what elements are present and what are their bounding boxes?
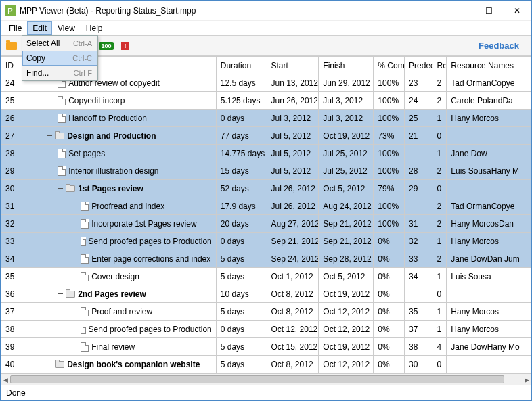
document-icon bbox=[58, 166, 66, 176]
cell-name[interactable]: Handoff to Production bbox=[22, 110, 217, 127]
cell-rc: 2 bbox=[433, 92, 447, 110]
col-pct[interactable]: % Compl bbox=[374, 57, 405, 74]
maximize-button[interactable]: ☐ bbox=[474, 1, 503, 20]
cell-pred: 33 bbox=[405, 250, 433, 268]
col-pred[interactable]: Predec bbox=[405, 57, 433, 74]
cell-name[interactable]: Proofread and index bbox=[22, 197, 217, 215]
menu-edit[interactable]: Edit bbox=[27, 21, 52, 35]
table-row[interactable]: 33 Send proofed pages to Production0 day… bbox=[1, 233, 531, 250]
cell-finish: Oct 19, 2012 bbox=[319, 338, 374, 356]
open-file-button[interactable] bbox=[5, 39, 18, 53]
cell-finish: Jun 29, 2012 bbox=[319, 74, 374, 92]
cell-resources: Jane Dow bbox=[447, 145, 531, 162]
cell-rc: 4 bbox=[433, 338, 447, 356]
table-row[interactable]: 39 Final review5 daysOct 15, 2012Oct 19,… bbox=[1, 338, 531, 356]
menu-copy[interactable]: Copy Ctrl-C bbox=[22, 51, 97, 66]
cell-name[interactable]: Final review bbox=[22, 338, 217, 356]
table-row[interactable]: 37 Proof and review5 daysOct 8, 2012Oct … bbox=[1, 303, 531, 321]
task-name: Send proofed pages to Production bbox=[89, 325, 212, 334]
cell-pct: 0% bbox=[374, 285, 405, 303]
cell-resources: Hany Morcos bbox=[447, 303, 531, 321]
table-row[interactable]: 30 1st Pages review52 daysJul 26, 2012Oc… bbox=[1, 180, 531, 197]
table-row[interactable]: 25 Copyedit incorp5.125 daysJun 26, 2012… bbox=[1, 92, 531, 110]
cell-name[interactable]: Send proofed pages to Production bbox=[22, 321, 217, 338]
close-button[interactable]: ✕ bbox=[503, 1, 531, 20]
table-row[interactable]: 32 Incorporate 1st Pages review20 daysAu… bbox=[1, 215, 531, 233]
task-name: Set pages bbox=[68, 149, 105, 158]
cell-start: Jul 3, 2012 bbox=[267, 110, 319, 127]
table-row[interactable]: 34 Enter page corrections and index5 day… bbox=[1, 250, 531, 268]
cell-id: 36 bbox=[1, 285, 22, 303]
document-icon bbox=[81, 342, 89, 352]
cell-pct: 100% bbox=[374, 92, 405, 110]
table-row[interactable]: 29 Interior illustration design15 daysJu… bbox=[1, 162, 531, 180]
cell-name[interactable]: Interior illustration design bbox=[22, 162, 217, 180]
cell-name[interactable]: Design and Production bbox=[22, 127, 217, 145]
expander-icon[interactable] bbox=[58, 291, 63, 297]
cell-id: 38 bbox=[1, 321, 22, 338]
cell-finish: Oct 12, 2012 bbox=[319, 321, 374, 338]
horizontal-scrollbar[interactable]: ◀ ▶ bbox=[1, 373, 531, 385]
menu-item-hotkey: Ctrl-A bbox=[73, 39, 92, 47]
cell-name[interactable]: 1st Pages review bbox=[22, 180, 217, 197]
menu-help[interactable]: Help bbox=[81, 21, 108, 35]
cell-rc: 2 bbox=[433, 250, 447, 268]
minimize-button[interactable]: — bbox=[446, 1, 474, 20]
cell-finish: Oct 19, 2012 bbox=[319, 127, 374, 145]
cell-name[interactable]: Set pages bbox=[22, 145, 217, 162]
menu-find[interactable]: Find... Ctrl-F bbox=[22, 66, 97, 80]
cell-name[interactable]: Enter page corrections and index bbox=[22, 250, 217, 268]
status-text: Done bbox=[6, 388, 26, 398]
document-icon bbox=[81, 219, 89, 229]
table-row[interactable]: 26 Handoff to Production0 daysJul 3, 201… bbox=[1, 110, 531, 127]
col-duration[interactable]: Duration bbox=[216, 57, 267, 74]
cell-duration: 10 days bbox=[216, 285, 267, 303]
col-resources[interactable]: Resource Names bbox=[447, 57, 531, 74]
filter-critical-button[interactable]: ! bbox=[118, 39, 132, 53]
cell-name[interactable]: Send proofed pages to Production bbox=[22, 233, 217, 250]
cell-name[interactable]: Proof and review bbox=[22, 303, 217, 321]
titlebar: P MPP Viewer (Beta) - Reporting Status_S… bbox=[1, 1, 531, 21]
scroll-right-arrow[interactable]: ▶ bbox=[522, 374, 531, 386]
filter-100-button[interactable]: 100 bbox=[99, 39, 113, 53]
cell-id: 27 bbox=[1, 127, 22, 145]
cell-name[interactable]: 2nd Pages review bbox=[22, 285, 217, 303]
table-row[interactable]: 35 Cover design5 daysOct 1, 2012Oct 5, 2… bbox=[1, 268, 531, 285]
menu-view[interactable]: View bbox=[52, 21, 81, 35]
scroll-thumb[interactable] bbox=[10, 375, 504, 383]
expander-icon[interactable] bbox=[47, 362, 52, 367]
table-row[interactable]: 40 Design book's companion website5 days… bbox=[1, 356, 531, 373]
expander-icon[interactable] bbox=[58, 186, 63, 191]
menu-file[interactable]: File bbox=[3, 21, 27, 35]
folder-icon bbox=[66, 291, 75, 298]
cell-id: 40 bbox=[1, 356, 22, 373]
cell-rc: 2 bbox=[433, 162, 447, 180]
cell-name[interactable]: Incorporate 1st Pages review bbox=[22, 215, 217, 233]
menu-select-all[interactable]: Select All Ctrl-A bbox=[22, 36, 97, 51]
cell-rc: 0 bbox=[433, 180, 447, 197]
table-row[interactable]: 27 Design and Production77 daysJul 5, 20… bbox=[1, 127, 531, 145]
folder-icon bbox=[66, 185, 75, 192]
task-name: Final review bbox=[91, 342, 135, 352]
table-row[interactable]: 36 2nd Pages review10 daysOct 8, 2012Oct… bbox=[1, 285, 531, 303]
cell-pred: 29 bbox=[405, 180, 433, 197]
expander-icon[interactable] bbox=[47, 133, 52, 139]
feedback-link[interactable]: Feedback bbox=[479, 41, 527, 51]
col-start[interactable]: Start bbox=[267, 57, 319, 74]
cell-start: Sep 24, 2012 bbox=[267, 250, 319, 268]
col-id[interactable]: ID bbox=[1, 57, 22, 74]
task-grid[interactable]: ID Duration Start Finish % Compl Predec … bbox=[1, 56, 531, 373]
col-finish[interactable]: Finish bbox=[319, 57, 374, 74]
cell-name[interactable]: Cover design bbox=[22, 268, 217, 285]
cell-name[interactable]: Design book's companion website bbox=[22, 356, 217, 373]
table-row[interactable]: 28 Set pages14.775 daysJul 5, 2012Jul 25… bbox=[1, 145, 531, 162]
cell-pct: 0% bbox=[374, 250, 405, 268]
cell-start: Jul 5, 2012 bbox=[267, 127, 319, 145]
col-rc[interactable]: Re C bbox=[433, 57, 447, 74]
scroll-left-arrow[interactable]: ◀ bbox=[1, 374, 10, 386]
table-row[interactable]: 38 Send proofed pages to Production0 day… bbox=[1, 321, 531, 338]
cell-start: Aug 27, 2012 bbox=[267, 215, 319, 233]
table-row[interactable]: 31 Proofread and index17.9 daysJul 26, 2… bbox=[1, 197, 531, 215]
cell-name[interactable]: Copyedit incorp bbox=[22, 92, 217, 110]
cell-resources: Carole PolandDa bbox=[447, 92, 531, 110]
